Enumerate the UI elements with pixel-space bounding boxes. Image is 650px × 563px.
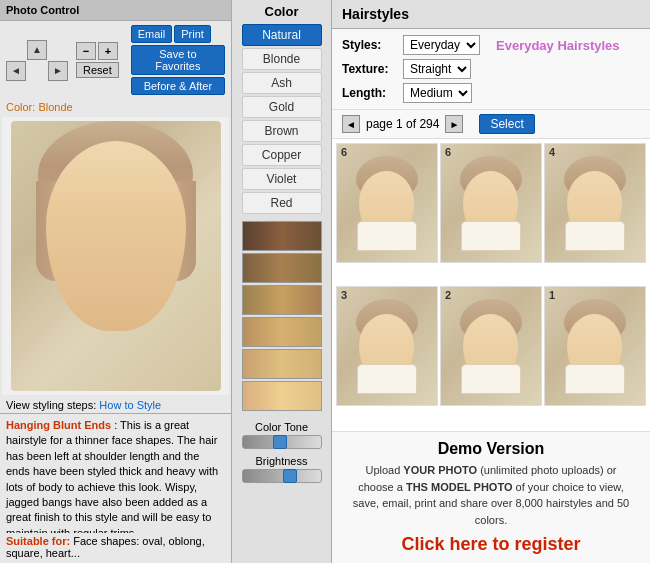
- brightness-section: Brightness: [242, 455, 322, 483]
- nav-right-button[interactable]: ►: [48, 61, 68, 81]
- hairstyle-num-3: 4: [549, 146, 555, 158]
- swatch-3[interactable]: [242, 285, 322, 315]
- p3-body: [565, 221, 625, 251]
- view-styling-text: View styling steps:: [6, 399, 96, 411]
- prev-page-button[interactable]: ◄: [342, 115, 360, 133]
- brightness-slider[interactable]: [242, 469, 322, 483]
- view-styling: View styling steps: How to Style: [0, 397, 231, 413]
- color-tone-label: Color Tone: [242, 421, 322, 433]
- save-favorites-button[interactable]: Save to Favorites: [131, 45, 225, 75]
- email-button[interactable]: Email: [131, 25, 173, 43]
- nav-left-button[interactable]: ◄: [6, 61, 26, 81]
- swatch-4[interactable]: [242, 317, 322, 347]
- texture-control: Texture: Straight: [342, 59, 471, 79]
- color-header: Color: [265, 4, 299, 19]
- color-gold[interactable]: Gold: [242, 96, 322, 118]
- p1-body: [357, 221, 417, 251]
- suitable-title: Suitable for:: [6, 535, 70, 547]
- face-shape: [46, 141, 186, 331]
- zoom-reset-group: − + Reset: [76, 42, 119, 78]
- controls-row: Styles: Everyday Everyday Hairstyles Tex…: [332, 29, 650, 110]
- nav-buttons-area: ▲ ◄ ► − + Reset Email Print Save to Favo…: [0, 21, 231, 99]
- p5-body: [461, 364, 521, 394]
- nav-up-button[interactable]: ▲: [27, 40, 47, 60]
- zoom-row: − +: [76, 42, 119, 60]
- person-5: [456, 299, 526, 394]
- hairstyle-cell-4[interactable]: 3: [336, 286, 438, 406]
- hairstyle-cell-6[interactable]: 1: [544, 286, 646, 406]
- middle-panel: Color Natural Blonde Ash Gold Brown Copp…: [232, 0, 332, 563]
- brightness-label: Brightness: [242, 455, 322, 467]
- hairstyle-cell-2[interactable]: 6: [440, 143, 542, 263]
- hairstyles-header: Hairstyles: [332, 0, 650, 29]
- demo-text: Upload YOUR PHOTO (unlimited photo uploa…: [352, 462, 630, 528]
- swatch-2[interactable]: [242, 253, 322, 283]
- how-to-style-link[interactable]: How to Style: [99, 399, 161, 411]
- hairstyle-img-4: [337, 287, 437, 405]
- color-red[interactable]: Red: [242, 192, 322, 214]
- color-display: Color: Blonde: [0, 99, 231, 115]
- person-4: [352, 299, 422, 394]
- swatch-6[interactable]: [242, 381, 322, 411]
- photo-control-title: Photo Control: [6, 4, 79, 16]
- hairstyle-grid: 6 6: [332, 139, 650, 431]
- page-text: page 1 of 294: [366, 117, 439, 131]
- select-button[interactable]: Select: [479, 114, 534, 134]
- brightness-thumb[interactable]: [283, 469, 297, 483]
- hairstyle-cell-1[interactable]: 6: [336, 143, 438, 263]
- color-value: Blonde: [38, 101, 72, 113]
- color-violet[interactable]: Violet: [242, 168, 322, 190]
- description-area: Hanging Blunt Ends : This is a great hai…: [0, 413, 231, 533]
- hairstyle-img-6: [545, 287, 645, 405]
- desc-title: Hanging Blunt Ends: [6, 419, 111, 431]
- length-label: Length:: [342, 86, 397, 100]
- hairstyle-num-6: 1: [549, 289, 555, 301]
- texture-select[interactable]: Straight: [403, 59, 471, 79]
- styles-select[interactable]: Everyday: [403, 35, 480, 55]
- arrow-group: ▲ ◄ ►: [6, 40, 68, 81]
- texture-label: Texture:: [342, 62, 397, 76]
- color-tone-slider[interactable]: [242, 435, 322, 449]
- p2-body: [461, 221, 521, 251]
- hairstyle-img-5: [441, 287, 541, 405]
- color-tone-thumb[interactable]: [273, 435, 287, 449]
- swatch-5[interactable]: [242, 349, 322, 379]
- email-print-row: Email Print: [131, 25, 225, 43]
- reset-button[interactable]: Reset: [76, 62, 119, 78]
- hairstyle-num-2: 6: [445, 146, 451, 158]
- hairstyle-cell-3[interactable]: 4: [544, 143, 646, 263]
- suitable-for: Suitable for: Face shapes: oval, oblong,…: [0, 533, 231, 563]
- person-6: [560, 299, 630, 394]
- color-brown[interactable]: Brown: [242, 120, 322, 142]
- p6-body: [565, 364, 625, 394]
- length-control: Length: Medium: [342, 83, 472, 103]
- hairstyle-img-1: [337, 144, 437, 262]
- pagination-row: ◄ page 1 of 294 ► Select: [332, 110, 650, 139]
- hairstyle-num-1: 6: [341, 146, 347, 158]
- right-panel: Hairstyles Styles: Everyday Everyday Hai…: [332, 0, 650, 563]
- color-ash[interactable]: Ash: [242, 72, 322, 94]
- color-blonde[interactable]: Blonde: [242, 48, 322, 70]
- print-button[interactable]: Print: [174, 25, 211, 43]
- demo-title: Demo Version: [352, 440, 630, 458]
- register-link[interactable]: Click here to register: [401, 534, 580, 554]
- styles-control: Styles: Everyday: [342, 35, 480, 55]
- hairstyle-cell-5[interactable]: 2: [440, 286, 542, 406]
- hairstyle-num-5: 2: [445, 289, 451, 301]
- before-after-button[interactable]: Before & After: [131, 77, 225, 95]
- person-3: [560, 156, 630, 251]
- length-select[interactable]: Medium: [403, 83, 472, 103]
- demo-section: Demo Version Upload YOUR PHOTO (unlimite…: [332, 431, 650, 563]
- zoom-out-button[interactable]: −: [76, 42, 96, 60]
- person-1: [352, 156, 422, 251]
- action-buttons: Email Print Save to Favorites Before & A…: [131, 25, 225, 95]
- next-page-button[interactable]: ►: [445, 115, 463, 133]
- photo-area: [2, 117, 229, 395]
- color-natural[interactable]: Natural: [242, 24, 322, 46]
- photo-control-header: Photo Control: [0, 0, 231, 21]
- swatch-1[interactable]: [242, 221, 322, 251]
- color-copper[interactable]: Copper: [242, 144, 322, 166]
- zoom-in-button[interactable]: +: [98, 42, 118, 60]
- texture-swatches: [242, 221, 322, 411]
- hairstyle-img-3: [545, 144, 645, 262]
